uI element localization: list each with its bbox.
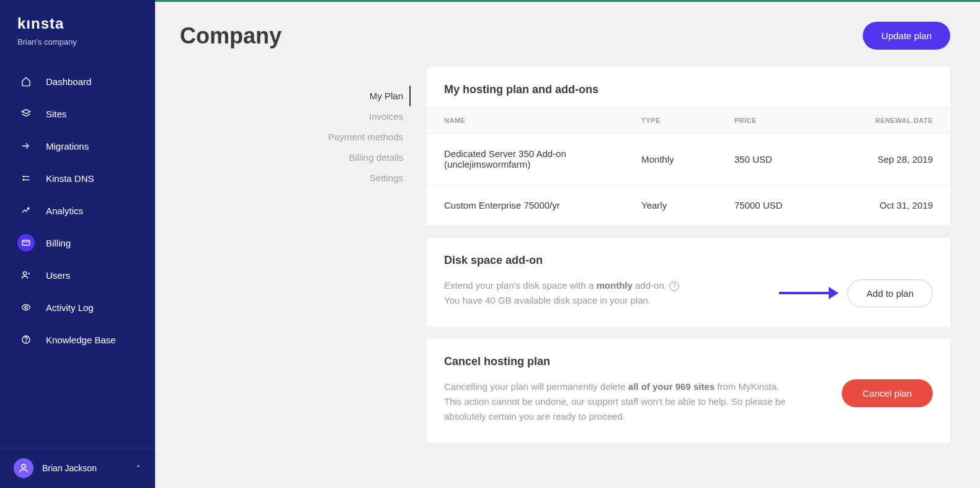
cancel-plan-button[interactable]: Cancel plan — [842, 379, 933, 407]
disk-addon-card: Disk space add-on Extend your plan's dis… — [427, 238, 950, 327]
nav-label: Billing — [46, 238, 71, 248]
svg-point-0 — [23, 176, 24, 177]
cell-name: Custom Enterprise 75000/yr — [444, 200, 641, 210]
cancel-title: Cancel hosting plan — [427, 339, 950, 379]
th-name: NAME — [444, 117, 641, 124]
sidebar-item-knowledge-base[interactable]: Knowledge Base — [0, 323, 155, 356]
nav-label: Dashboard — [46, 76, 91, 87]
footer-user-name: Brian Jackson — [42, 463, 127, 473]
help-icon — [20, 334, 32, 345]
page-title: Company — [180, 23, 282, 49]
dns-icon — [20, 173, 32, 184]
sidebar-item-sites[interactable]: Sites — [0, 97, 155, 130]
svg-point-7 — [22, 464, 25, 468]
chevron-up-icon: ⌃ — [135, 464, 141, 472]
sidebar-item-kinsta-dns[interactable]: Kinsta DNS — [0, 162, 155, 194]
th-renewal: RENEWAL DATE — [846, 117, 933, 124]
card-icon — [20, 237, 32, 248]
update-plan-button[interactable]: Update plan — [863, 22, 950, 50]
users-icon — [20, 269, 32, 281]
sidebar-item-billing[interactable]: Billing — [0, 227, 155, 259]
sidebar-item-dashboard[interactable]: Dashboard — [0, 65, 155, 97]
nav-label: Knowledge Base — [46, 335, 116, 345]
cell-price: 75000 USD — [734, 200, 846, 210]
sidebar-item-migrations[interactable]: Migrations — [0, 130, 155, 162]
th-price: PRICE — [734, 117, 846, 124]
submenu: My PlanInvoicesPayment methodsBilling de… — [307, 67, 403, 455]
table-row: Custom Enterprise 75000/yrYearly75000 US… — [427, 185, 950, 225]
cell-price: 350 USD — [734, 154, 846, 165]
cell-type: Monthly — [641, 154, 734, 165]
disk-description: Extend your plan's disk space with a mon… — [444, 278, 767, 308]
table-header: NAME TYPE PRICE RENEWAL DATE — [427, 107, 950, 133]
brand-logo: kınsta — [0, 15, 155, 37]
sidebar-item-analytics[interactable]: Analytics — [0, 194, 155, 227]
avatar — [14, 458, 33, 478]
submenu-item-settings[interactable]: Settings — [307, 168, 403, 188]
cell-renewal: Oct 31, 2019 — [846, 200, 933, 210]
add-to-plan-button[interactable]: Add to plan — [847, 279, 933, 307]
svg-point-4 — [25, 306, 27, 309]
nav: DashboardSitesMigrationsKinsta DNSAnalyt… — [0, 65, 155, 448]
th-type: TYPE — [641, 117, 734, 124]
submenu-item-payment-methods[interactable]: Payment methods — [307, 127, 403, 147]
page-header: Company Update plan — [155, 2, 980, 67]
eye-icon — [20, 302, 32, 313]
cancel-description: Cancelling your plan will permanently de… — [444, 379, 823, 424]
home-icon — [20, 76, 32, 87]
svg-point-3 — [23, 272, 26, 275]
annotation-arrow — [779, 287, 839, 299]
sidebar: kınsta Brian's company DashboardSitesMig… — [0, 0, 155, 488]
svg-point-6 — [26, 341, 27, 342]
cell-renewal: Sep 28, 2019 — [846, 154, 933, 165]
company-name: Brian's company — [0, 37, 155, 65]
nav-label: Sites — [46, 109, 66, 119]
sidebar-item-activity-log[interactable]: Activity Log — [0, 291, 155, 323]
svg-rect-2 — [22, 240, 30, 245]
analytics-icon — [20, 205, 32, 216]
layers-icon — [20, 108, 32, 119]
disk-title: Disk space add-on — [427, 238, 950, 278]
hosting-plan-title: My hosting plan and add-ons — [427, 67, 950, 107]
nav-label: Activity Log — [46, 302, 94, 313]
table-row: Dedicated Server 350 Add-on (unclejimswo… — [427, 133, 950, 185]
submenu-item-billing-details[interactable]: Billing details — [307, 147, 403, 168]
cell-name: Dedicated Server 350 Add-on (unclejimswo… — [444, 148, 641, 169]
sidebar-item-users[interactable]: Users — [0, 259, 155, 291]
submenu-item-invoices[interactable]: Invoices — [307, 106, 403, 127]
sidebar-footer[interactable]: Brian Jackson ⌃ — [0, 448, 155, 488]
svg-point-1 — [23, 179, 24, 180]
hosting-plan-card: My hosting plan and add-ons NAME TYPE PR… — [427, 67, 950, 225]
nav-label: Kinsta DNS — [46, 173, 94, 184]
help-icon[interactable]: ? — [669, 281, 679, 291]
main: Company Update plan My PlanInvoicesPayme… — [155, 0, 980, 488]
cell-type: Yearly — [641, 200, 734, 210]
submenu-item-my-plan[interactable]: My Plan — [307, 86, 411, 106]
migrate-icon — [20, 140, 32, 151]
nav-label: Analytics — [46, 206, 83, 216]
nav-label: Users — [46, 270, 70, 281]
nav-label: Migrations — [46, 141, 89, 151]
cancel-plan-card: Cancel hosting plan Cancelling your plan… — [427, 339, 950, 443]
